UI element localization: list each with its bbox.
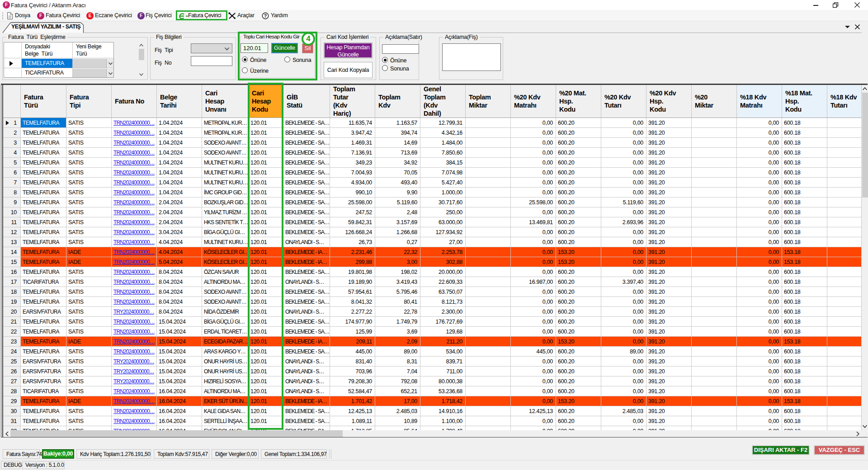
svg-text:?: ?	[264, 13, 267, 19]
